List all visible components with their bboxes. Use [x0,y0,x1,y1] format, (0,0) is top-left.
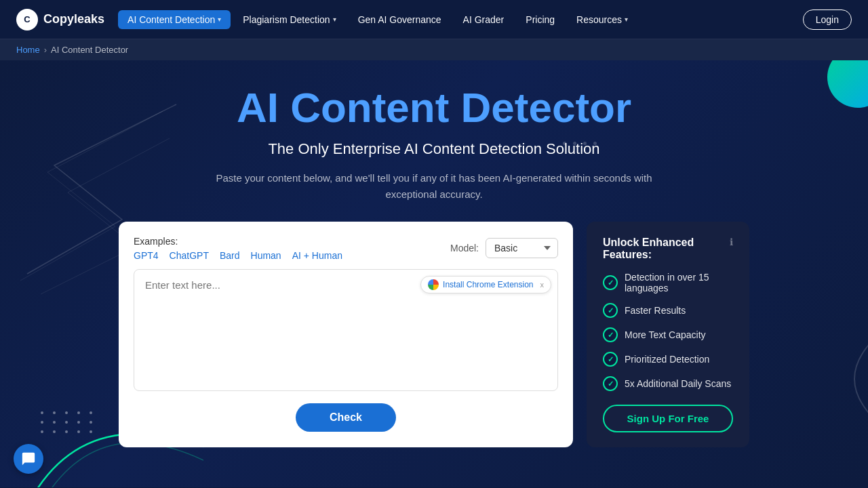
hero-subtitle: The Only Enterprise AI Content Detection… [197,140,671,158]
model-label: Model: [450,243,479,253]
chevron-down-icon: ▾ [218,16,221,23]
nav-item-ai-content-detection[interactable]: AI Content Detection ▾ [118,10,231,29]
nav-item-ai-grader[interactable]: AI Grader [454,10,514,29]
example-human[interactable]: Human [251,250,281,261]
feature-item-prioritized: ✓ Prioritized Detection [603,352,733,367]
hero-title: AI Content Detector [197,85,671,131]
hero-content: AI Content Detector The Only Enterprise … [197,85,671,203]
chrome-extension-badge[interactable]: Install Chrome Extension x [420,276,551,293]
check-icon: ✓ [603,327,618,342]
check-icon: ✓ [603,303,618,318]
breadcrumb-current: AI Content Detector [51,45,128,55]
feature-label: 5x Additional Daily Scans [625,378,731,389]
chrome-ext-label: Install Chrome Extension [443,280,533,289]
card-top: Examples: GPT4 ChatGPT Bard Human AI + H… [134,235,558,261]
chevron-down-icon: ▾ [625,16,628,23]
chat-icon [21,451,36,466]
features-title: Unlock Enhanced Features: [603,237,730,261]
examples-section: Examples: GPT4 ChatGPT Bard Human AI + H… [134,235,342,261]
nav-label: Gen AI Governance [358,14,441,25]
chat-bubble-button[interactable] [14,444,43,474]
close-icon[interactable]: x [540,281,545,289]
nav-label: Plagiarism Detection [243,14,330,25]
nav-label: Pricing [526,14,555,25]
login-button[interactable]: Login [803,9,852,30]
feature-label: Prioritized Detection [625,354,709,365]
example-gpt4[interactable]: GPT4 [134,250,159,261]
signup-button[interactable]: Sign Up For Free [603,405,733,432]
feature-item-faster: ✓ Faster Results [603,303,733,318]
chrome-icon [428,279,439,290]
nav-item-gen-ai[interactable]: Gen AI Governance [349,10,451,29]
check-icon: ✓ [603,352,618,367]
main-row: Examples: GPT4 ChatGPT Bard Human AI + H… [27,222,841,447]
logo-text: Copyleaks [43,12,104,26]
feature-label: Detection in over 15 languages [625,272,733,293]
breadcrumb-home[interactable]: Home [16,45,40,55]
feature-item-capacity: ✓ More Text Capacity [603,327,733,342]
deco-circle-top-right [827,60,868,108]
detector-card: Examples: GPT4 ChatGPT Bard Human AI + H… [119,222,573,447]
examples-links: GPT4 ChatGPT Bard Human AI + Human [134,250,342,261]
logo-icon: C [16,9,38,30]
example-bard[interactable]: Bard [220,250,240,261]
nav-item-pricing[interactable]: Pricing [516,10,564,29]
check-button[interactable]: Check [296,403,396,432]
chevron-down-icon: ▾ [333,16,336,23]
feature-item-languages: ✓ Detection in over 15 languages [603,272,733,293]
hero-description: Paste your content below, and we'll tell… [203,170,665,203]
feature-label: More Text Capacity [625,329,706,340]
nav-label: Resources [576,14,622,25]
check-icon: ✓ [603,275,618,290]
example-chatgpt[interactable]: ChatGPT [170,250,209,261]
nav-label: AI Grader [463,14,505,25]
model-select[interactable]: Basic Standard Advanced [486,238,558,258]
breadcrumb: Home › AI Content Detector [0,39,868,60]
feature-label: Faster Results [625,305,686,316]
nav-item-plagiarism[interactable]: Plagiarism Detection ▾ [233,10,345,29]
check-icon: ✓ [603,376,618,391]
example-ai-human[interactable]: AI + Human [292,250,342,261]
features-card: Unlock Enhanced Features: ℹ ✓ Detection … [587,222,749,447]
nav-item-resources[interactable]: Resources ▾ [567,10,637,29]
logo[interactable]: C Copyleaks [16,9,104,30]
examples-label: Examples: [134,236,178,247]
model-selector: Model: Basic Standard Advanced [450,238,558,258]
navigation: C Copyleaks AI Content Detection ▾ Plagi… [0,0,868,39]
feature-item-daily-scans: ✓ 5x Additional Daily Scans [603,376,733,391]
info-icon[interactable]: ℹ [730,237,733,247]
breadcrumb-separator: › [44,45,47,55]
nav-items: AI Content Detection ▾ Plagiarism Detect… [118,10,803,29]
nav-label: AI Content Detection [127,14,215,25]
text-area-wrapper: Install Chrome Extension x [134,269,558,394]
hero-section: AI Content Detector The Only Enterprise … [0,60,868,487]
